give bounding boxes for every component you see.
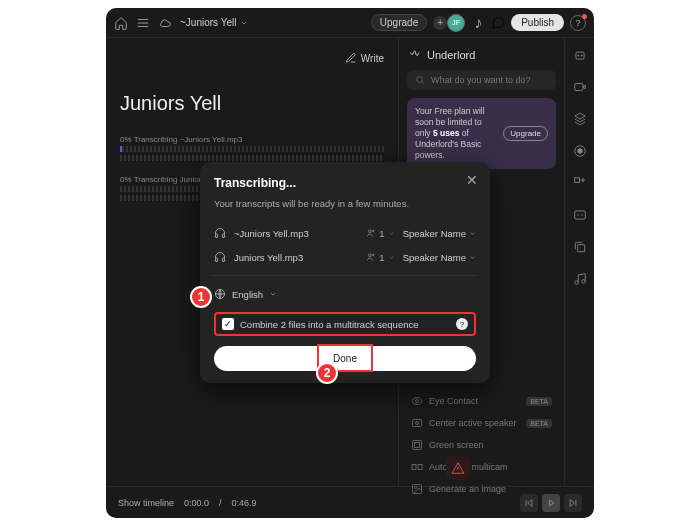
svg-rect-26 [223,258,225,262]
record-icon[interactable] [573,144,587,158]
feature-center-active-speaker[interactable]: Center active speakerBETA [407,412,556,434]
feature-eye-contact[interactable]: Eye ContactBETA [407,390,556,412]
svg-rect-18 [577,245,584,252]
svg-rect-17 [574,211,585,219]
cloud-sync-icon[interactable] [158,16,172,30]
chevron-down-icon [269,290,277,298]
combine-checkbox[interactable]: ✓ [222,318,234,330]
file-name: ~Juniors Yell.mp3 [234,228,358,239]
close-icon[interactable]: ✕ [466,172,478,188]
speaker-name[interactable]: Speaker Name [403,228,476,239]
svg-rect-21 [216,234,218,238]
svg-point-0 [417,77,423,83]
feature-icon [411,483,423,495]
divider [212,275,478,276]
svg-point-24 [373,230,375,232]
notification-dot [582,14,587,19]
bot-icon[interactable] [573,48,587,62]
callout-2: 2 [316,362,338,384]
combine-label: Combine 2 files into a multitrack sequen… [240,319,450,330]
feature-label: Center active speaker [429,418,517,428]
menu-icon[interactable] [136,16,150,30]
search-placeholder: What do you want to do? [431,75,531,85]
home-icon[interactable] [114,16,128,30]
globe-icon [214,288,226,300]
banner-upgrade-button[interactable]: Upgrade [503,126,548,141]
track-1[interactable]: 0% Transcribing ~Juniors Yell.mp3 [120,135,384,161]
topbar: ~Juniors Yell Upgrade + JF ♪ Publish ? [106,8,594,38]
time-sep: / [219,498,222,508]
modal-subtitle: Your transcripts will be ready in a few … [214,198,476,209]
alert-button[interactable] [446,456,470,480]
transcribing-modal: ✕ Transcribing... Your transcripts will … [200,162,490,383]
write-button[interactable]: Write [345,52,384,64]
skip-back-button[interactable] [520,494,538,512]
svg-rect-10 [575,52,583,59]
playback-controls [520,494,582,512]
track-1-label: 0% Transcribing ~Juniors Yell.mp3 [120,135,384,144]
file-name: Juniors Yell.mp3 [234,252,358,263]
play-button[interactable] [542,494,560,512]
svg-point-27 [369,254,372,257]
beta-badge: BETA [526,419,552,428]
svg-point-15 [577,149,582,154]
svg-rect-22 [223,234,225,238]
headphones-icon [214,251,226,263]
search-icon [415,75,425,85]
help-icon[interactable]: ? [570,15,586,31]
track-1-waveform [120,146,384,152]
svg-point-20 [581,280,585,284]
document-name[interactable]: ~Juniors Yell [180,17,248,28]
callout-1: 1 [190,286,212,308]
headphones-icon [214,227,226,239]
svg-point-28 [373,254,375,256]
svg-rect-5 [415,443,420,448]
file-row: ~Juniors Yell.mp3 1 Speaker Name [214,221,476,245]
svg-point-23 [369,230,372,233]
video-icon[interactable] [573,80,587,94]
upgrade-button[interactable]: Upgrade [371,14,427,31]
underlord-header: Underlord [407,48,556,62]
svg-point-11 [577,55,578,56]
feature-icon [411,395,423,407]
feature-icon [411,439,423,451]
publish-button[interactable]: Publish [511,14,564,31]
beta-badge: BETA [526,397,552,406]
svg-rect-7 [418,465,422,470]
feature-icon [411,417,423,429]
upgrade-banner: Your Free plan will soon be limited to o… [407,98,556,169]
feature-automatic-multicam[interactable]: Automatic multicam [407,456,556,478]
topbar-right: Upgrade + JF ♪ Publish ? [371,14,586,32]
svg-point-1 [416,400,419,403]
caption-icon[interactable] [573,208,587,222]
help-tooltip-icon[interactable]: ? [456,318,468,330]
svg-point-3 [416,422,419,425]
show-timeline-button[interactable]: Show timeline [118,498,174,508]
music-library-icon[interactable] [573,272,587,286]
combine-option[interactable]: ✓ Combine 2 files into a multitrack sequ… [214,312,476,336]
right-rail [564,38,594,486]
svg-rect-4 [413,441,422,450]
file-row: Juniors Yell.mp3 1 Speaker Name [214,245,476,269]
page-title: Juniors Yell [120,92,384,115]
done-button[interactable]: Done [214,346,476,371]
copy-icon[interactable] [573,240,587,254]
add-panel-icon[interactable] [573,176,587,190]
modal-title: Transcribing... [214,176,476,190]
speaker-name[interactable]: Speaker Name [403,252,476,263]
speaker-count[interactable]: 1 [366,228,394,239]
underlord-search[interactable]: What do you want to do? [407,70,556,90]
add-collaborator-icon[interactable]: + [433,16,447,30]
speaker-count[interactable]: 1 [366,252,394,263]
skip-forward-button[interactable] [564,494,582,512]
language-selector[interactable]: English [214,282,476,306]
avatar[interactable]: JF [447,14,465,32]
comment-icon[interactable] [491,16,505,30]
music-icon[interactable]: ♪ [471,16,485,30]
svg-rect-25 [216,258,218,262]
layers-icon[interactable] [573,112,587,126]
language-label: English [232,289,263,300]
feature-label: Generate an image [429,484,506,494]
feature-green-screen[interactable]: Green screen [407,434,556,456]
feature-label: Green screen [429,440,484,450]
